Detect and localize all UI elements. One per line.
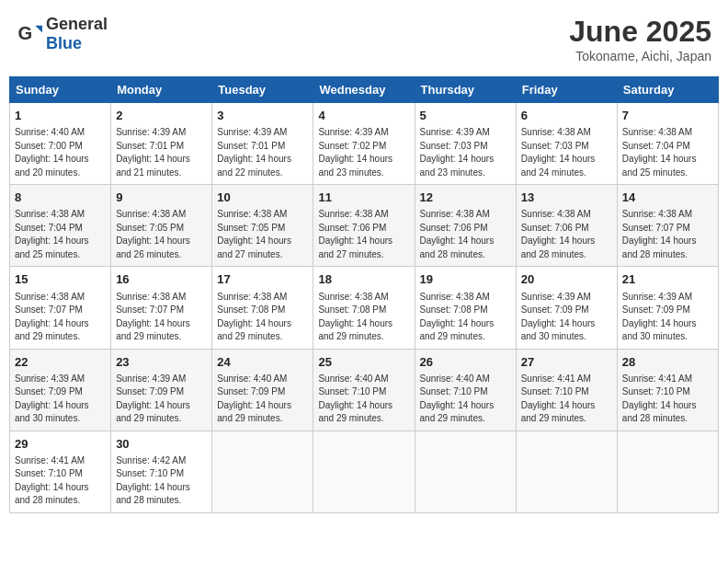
day-number: 19 [420, 271, 511, 288]
week-row-4: 22Sunrise: 4:39 AMSunset: 7:09 PMDayligh… [10, 349, 719, 431]
svg-marker-1 [35, 26, 42, 33]
day-info: Sunrise: 4:39 AMSunset: 7:09 PMDaylight:… [15, 373, 106, 426]
day-info: Sunrise: 4:41 AMSunset: 7:10 PMDaylight:… [15, 454, 106, 508]
calendar-cell: 14Sunrise: 4:38 AMSunset: 7:07 PMDayligh… [617, 185, 718, 267]
svg-text:G: G [18, 23, 33, 43]
logo-general: General [46, 15, 108, 33]
calendar-cell: 3Sunrise: 4:39 AMSunset: 7:01 PMDaylight… [212, 103, 313, 185]
calendar-cell: 10Sunrise: 4:38 AMSunset: 7:05 PMDayligh… [212, 185, 313, 267]
day-info: Sunrise: 4:38 AMSunset: 7:04 PMDaylight:… [622, 126, 713, 179]
day-info: Sunrise: 4:40 AMSunset: 7:10 PMDaylight:… [420, 373, 511, 426]
day-number: 30 [116, 436, 207, 453]
calendar-cell: 17Sunrise: 4:38 AMSunset: 7:08 PMDayligh… [212, 267, 313, 349]
day-number: 28 [622, 354, 713, 371]
day-info: Sunrise: 4:39 AMSunset: 7:09 PMDaylight:… [521, 291, 612, 344]
calendar-cell: 19Sunrise: 4:38 AMSunset: 7:08 PMDayligh… [415, 267, 516, 349]
day-info: Sunrise: 4:38 AMSunset: 7:05 PMDaylight:… [217, 208, 308, 261]
calendar-cell: 30Sunrise: 4:42 AMSunset: 7:10 PMDayligh… [111, 431, 212, 512]
day-info: Sunrise: 4:39 AMSunset: 7:01 PMDaylight:… [116, 126, 207, 179]
day-info: Sunrise: 4:38 AMSunset: 7:08 PMDaylight:… [420, 291, 511, 344]
weekday-monday: Monday [111, 77, 212, 103]
day-info: Sunrise: 4:39 AMSunset: 7:01 PMDaylight:… [217, 126, 308, 179]
day-number: 17 [217, 271, 308, 288]
day-info: Sunrise: 4:39 AMSunset: 7:09 PMDaylight:… [622, 291, 713, 344]
day-info: Sunrise: 4:38 AMSunset: 7:08 PMDaylight:… [217, 291, 308, 344]
day-number: 4 [318, 108, 409, 124]
calendar-cell: 9Sunrise: 4:38 AMSunset: 7:05 PMDaylight… [111, 185, 212, 267]
calendar-cell: 12Sunrise: 4:38 AMSunset: 7:06 PMDayligh… [415, 185, 516, 267]
day-info: Sunrise: 4:38 AMSunset: 7:04 PMDaylight:… [15, 208, 106, 261]
calendar-cell [516, 431, 617, 512]
calendar-cell: 16Sunrise: 4:38 AMSunset: 7:07 PMDayligh… [111, 267, 212, 349]
calendar-cell: 8Sunrise: 4:38 AMSunset: 7:04 PMDaylight… [10, 185, 111, 267]
day-number: 3 [217, 108, 308, 124]
header: G General Blue June 2025 Tokoname, Aichi… [9, 9, 719, 69]
day-number: 1 [15, 108, 106, 124]
week-row-5: 29Sunrise: 4:41 AMSunset: 7:10 PMDayligh… [10, 431, 719, 512]
calendar-cell: 22Sunrise: 4:39 AMSunset: 7:09 PMDayligh… [10, 349, 111, 431]
calendar-cell: 4Sunrise: 4:39 AMSunset: 7:02 PMDaylight… [313, 103, 415, 185]
weekday-wednesday: Wednesday [313, 77, 415, 103]
calendar-cell: 29Sunrise: 4:41 AMSunset: 7:10 PMDayligh… [10, 431, 111, 512]
day-info: Sunrise: 4:38 AMSunset: 7:07 PMDaylight:… [116, 291, 207, 344]
day-number: 26 [420, 354, 511, 371]
day-number: 12 [420, 190, 511, 206]
weekday-sunday: Sunday [10, 77, 111, 103]
calendar-table: SundayMondayTuesdayWednesdayThursdayFrid… [9, 76, 719, 513]
calendar-subtitle: Tokoname, Aichi, Japan [569, 49, 711, 63]
day-number: 5 [420, 108, 511, 124]
day-info: Sunrise: 4:39 AMSunset: 7:09 PMDaylight:… [116, 373, 207, 426]
day-info: Sunrise: 4:39 AMSunset: 7:02 PMDaylight:… [318, 126, 409, 179]
day-info: Sunrise: 4:38 AMSunset: 7:03 PMDaylight:… [521, 126, 612, 179]
logo-blue: Blue [46, 34, 82, 52]
day-number: 20 [521, 271, 612, 288]
day-number: 13 [521, 190, 612, 206]
day-number: 18 [318, 271, 409, 288]
calendar-cell: 27Sunrise: 4:41 AMSunset: 7:10 PMDayligh… [516, 349, 617, 431]
calendar-cell [415, 431, 516, 512]
day-info: Sunrise: 4:40 AMSunset: 7:09 PMDaylight:… [217, 373, 308, 426]
calendar-cell: 11Sunrise: 4:38 AMSunset: 7:06 PMDayligh… [313, 185, 415, 267]
day-info: Sunrise: 4:40 AMSunset: 7:10 PMDaylight:… [318, 373, 409, 426]
calendar-cell: 5Sunrise: 4:39 AMSunset: 7:03 PMDaylight… [415, 103, 516, 185]
calendar-cell: 1Sunrise: 4:40 AMSunset: 7:00 PMDaylight… [10, 103, 111, 185]
day-number: 8 [15, 190, 106, 206]
day-number: 11 [318, 190, 409, 206]
calendar-cell: 15Sunrise: 4:38 AMSunset: 7:07 PMDayligh… [10, 267, 111, 349]
calendar-cell: 24Sunrise: 4:40 AMSunset: 7:09 PMDayligh… [212, 349, 313, 431]
day-number: 15 [15, 271, 106, 288]
weekday-header-row: SundayMondayTuesdayWednesdayThursdayFrid… [10, 77, 719, 103]
day-info: Sunrise: 4:41 AMSunset: 7:10 PMDaylight:… [622, 373, 713, 426]
calendar-title: June 2025 [569, 15, 711, 49]
weekday-saturday: Saturday [617, 77, 718, 103]
day-info: Sunrise: 4:38 AMSunset: 7:07 PMDaylight:… [15, 291, 106, 344]
title-area: June 2025 Tokoname, Aichi, Japan [569, 15, 711, 63]
day-info: Sunrise: 4:38 AMSunset: 7:08 PMDaylight:… [318, 291, 409, 344]
logo-icon: G [17, 21, 42, 47]
calendar-cell: 28Sunrise: 4:41 AMSunset: 7:10 PMDayligh… [617, 349, 718, 431]
calendar-cell: 26Sunrise: 4:40 AMSunset: 7:10 PMDayligh… [415, 349, 516, 431]
day-number: 14 [622, 190, 713, 206]
day-info: Sunrise: 4:38 AMSunset: 7:06 PMDaylight:… [420, 208, 511, 261]
calendar-cell [617, 431, 718, 512]
day-number: 10 [217, 190, 308, 206]
calendar-cell: 25Sunrise: 4:40 AMSunset: 7:10 PMDayligh… [313, 349, 415, 431]
calendar-cell [212, 431, 313, 512]
day-info: Sunrise: 4:39 AMSunset: 7:03 PMDaylight:… [420, 126, 511, 179]
calendar-cell: 21Sunrise: 4:39 AMSunset: 7:09 PMDayligh… [617, 267, 718, 349]
day-number: 27 [521, 354, 612, 371]
day-number: 21 [622, 271, 713, 288]
weekday-tuesday: Tuesday [212, 77, 313, 103]
calendar-cell [313, 431, 415, 512]
calendar-cell: 6Sunrise: 4:38 AMSunset: 7:03 PMDaylight… [516, 103, 617, 185]
day-info: Sunrise: 4:42 AMSunset: 7:10 PMDaylight:… [116, 454, 207, 508]
day-info: Sunrise: 4:38 AMSunset: 7:06 PMDaylight:… [521, 208, 612, 261]
day-number: 6 [521, 108, 612, 124]
day-info: Sunrise: 4:38 AMSunset: 7:05 PMDaylight:… [116, 208, 207, 261]
calendar-cell: 7Sunrise: 4:38 AMSunset: 7:04 PMDaylight… [617, 103, 718, 185]
day-number: 29 [15, 436, 106, 453]
week-row-2: 8Sunrise: 4:38 AMSunset: 7:04 PMDaylight… [10, 185, 719, 267]
day-number: 23 [116, 354, 207, 371]
day-number: 7 [622, 108, 713, 124]
day-info: Sunrise: 4:38 AMSunset: 7:07 PMDaylight:… [622, 208, 713, 261]
